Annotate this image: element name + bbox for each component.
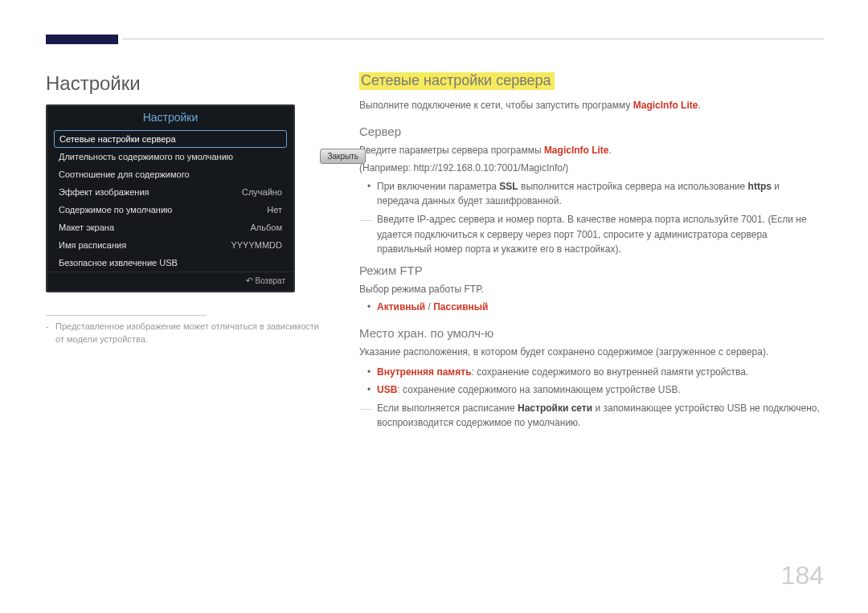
osd-item-value: YYYYMMDD [231,240,282,250]
magicinfo-lite-label: MagicInfo Lite [633,100,698,111]
osd-menu-item[interactable]: Безопасное извлечение USB [47,254,293,272]
network-settings-label: Настройки сети [518,403,592,414]
osd-item-label: Содержимое по умолчанию [59,205,172,215]
magicinfo-lite-label: MagicInfo Lite [544,145,609,156]
osd-item-label: Сетевые настройки сервера [59,134,176,144]
internal-memory-label: Внутренняя память [377,366,472,378]
text: / [425,301,433,313]
close-button[interactable]: Закрыть [320,149,366,164]
usb-label: USB [377,384,397,395]
server-line1: Введите параметры сервера программы Magi… [359,143,824,158]
ftp-active-label: Активный [377,301,425,313]
osd-panel: Настройки Сетевые настройки сервераДлите… [46,104,295,292]
ssl-note: При включении параметра SSL выполнится н… [377,179,824,209]
footnote-rule [46,315,207,316]
subsection-heading-network-server: Сетевые настройки сервера [359,72,555,90]
osd-menu-item[interactable]: Длительность содержимого по умолчанию [47,148,293,166]
text: выполнится настройка сервера на использо… [518,181,748,192]
ftp-options: Активный / Пассивный [359,300,824,315]
osd-title: Настройки [47,106,293,130]
ftp-passive-label: Пассивный [433,301,488,313]
https-label: https [748,181,772,192]
osd-menu-item[interactable]: Эффект изображенияСлучайно [47,183,293,201]
right-column: Сетевые настройки сервера Выполните подк… [359,72,824,437]
storage-internal: Внутренняя память: сохранение содержимог… [377,365,824,380]
osd-menu-item[interactable]: Содержимое по умолчаниюНет [47,201,293,219]
header-accent-bar [46,35,118,44]
ftp-line: Выбор режима работы FTP. [359,282,824,297]
osd-menu-item[interactable]: Сетевые настройки сервера [54,130,287,148]
page-body: Настройки Настройки Сетевые настройки се… [46,72,824,437]
section-heading-settings: Настройки [46,72,327,95]
osd-item-value: Альбом [251,223,282,232]
ftp-option-row: Активный / Пассивный [377,300,824,315]
network-intro: Выполните подключение к сети, чтобы запу… [359,98,824,113]
left-column: Настройки Настройки Сетевые настройки се… [46,72,327,437]
ssl-label: SSL [499,181,518,192]
text: : сохранение содержимого на запоминающем… [397,384,680,395]
text: : сохранение содержимого во внутренней п… [472,366,749,378]
osd-return-label: Возврат [256,276,286,285]
server-example: (Например: http://192.168.0.10:7001/Magi… [359,161,824,176]
subheading-server: Сервер [359,125,824,138]
storage-usb: USB: сохранение содержимого на запоминаю… [377,382,824,398]
header-rule [123,39,824,39]
osd-menu-item[interactable]: Имя расписанияYYYYMMDD [47,236,293,254]
subheading-ftp: Режим FTP [359,264,824,277]
server-bullets: При включении параметра SSL выполнится н… [359,179,824,209]
osd-item-label: Безопасное извлечение USB [59,258,178,268]
text: При включении параметра [377,181,499,192]
osd-item-label: Длительность содержимого по умолчанию [59,152,233,161]
text: . [609,145,612,156]
return-icon: ↷ [246,276,253,286]
page-number: 184 [781,561,824,591]
storage-line: Указание расположения, в котором будет с… [359,345,824,360]
osd-item-label: Имя расписания [59,240,126,250]
osd-item-value: Нет [267,205,282,215]
storage-bullets: Внутренняя память: сохранение содержимог… [359,365,824,398]
osd-return-row[interactable]: ↷ Возврат [47,272,293,291]
text: Если выполняется расписание [377,403,518,414]
text: . [698,100,700,111]
text: Введите параметры сервера программы [359,145,544,156]
subheading-default-storage: Место хран. по умолч-ю [359,326,824,340]
osd-item-label: Макет экрана [59,223,114,232]
osd-menu-item[interactable]: Макет экранаАльбом [47,219,293,236]
osd-item-label: Эффект изображения [59,187,149,197]
server-port-note: Введите IP-адрес сервера и номер порта. … [359,212,824,257]
storage-note: Если выполняется расписание Настройки се… [359,401,824,431]
text: Выполните подключение к сети, чтобы запу… [359,100,633,111]
osd-item-value: Случайно [242,187,282,197]
device-disclaimer: Представленное изображение может отличат… [46,321,327,346]
osd-item-label: Соотношение для содержимого [59,170,190,179]
osd-menu-item[interactable]: Соотношение для содержимого [47,166,293,183]
